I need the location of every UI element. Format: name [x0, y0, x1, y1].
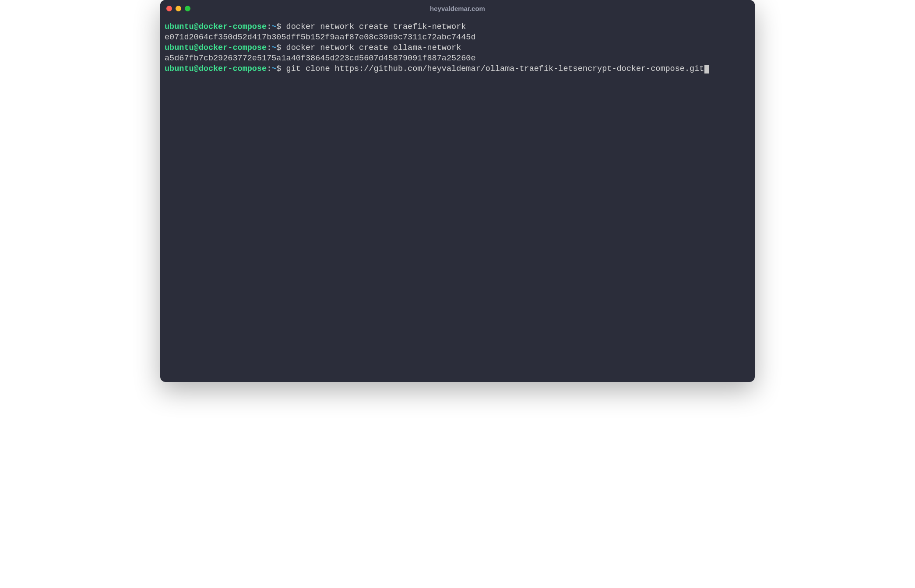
output-line-1: e071d2064cf350d52d417b305dff5b152f9aaf87…: [165, 32, 750, 43]
prompt-path: ~: [271, 43, 276, 52]
cursor-icon: [704, 65, 709, 74]
maximize-icon[interactable]: [185, 6, 190, 11]
prompt-line-2: ubuntu@docker-compose:~$ docker network …: [165, 43, 750, 53]
prompt-path: ~: [271, 64, 276, 74]
command-1: docker network create traefik-network: [286, 22, 466, 32]
prompt-user-host: ubuntu@docker-compose: [165, 22, 267, 32]
terminal-window: heyvaldemar.com ubuntu@docker-compose:~$…: [160, 0, 755, 382]
command-3: git clone https://github.com/heyvaldemar…: [286, 64, 704, 74]
prompt-user-host: ubuntu@docker-compose: [165, 43, 267, 52]
terminal-body[interactable]: ubuntu@docker-compose:~$ docker network …: [160, 17, 755, 382]
traffic-lights: [166, 6, 190, 11]
window-title: heyvaldemar.com: [430, 5, 485, 12]
prompt-line-1: ubuntu@docker-compose:~$ docker network …: [165, 22, 750, 32]
output-2: a5d67fb7cb29263772e5175a1a40f38645d223cd…: [165, 54, 476, 63]
prompt-separator: :: [267, 43, 271, 52]
prompt-symbol: $: [276, 22, 281, 32]
close-icon[interactable]: [166, 6, 172, 11]
prompt-separator: :: [267, 22, 271, 32]
output-line-2: a5d67fb7cb29263772e5175a1a40f38645d223cd…: [165, 53, 750, 64]
prompt-symbol: $: [276, 64, 281, 74]
prompt-user-host: ubuntu@docker-compose: [165, 64, 267, 74]
minimize-icon[interactable]: [176, 6, 181, 11]
output-1: e071d2064cf350d52d417b305dff5b152f9aaf87…: [165, 33, 476, 42]
prompt-path: ~: [271, 22, 276, 32]
prompt-symbol: $: [276, 43, 281, 52]
prompt-separator: :: [267, 64, 271, 74]
prompt-line-3: ubuntu@docker-compose:~$ git clone https…: [165, 64, 750, 74]
titlebar: heyvaldemar.com: [160, 0, 755, 17]
command-2: docker network create ollama-network: [286, 43, 461, 52]
